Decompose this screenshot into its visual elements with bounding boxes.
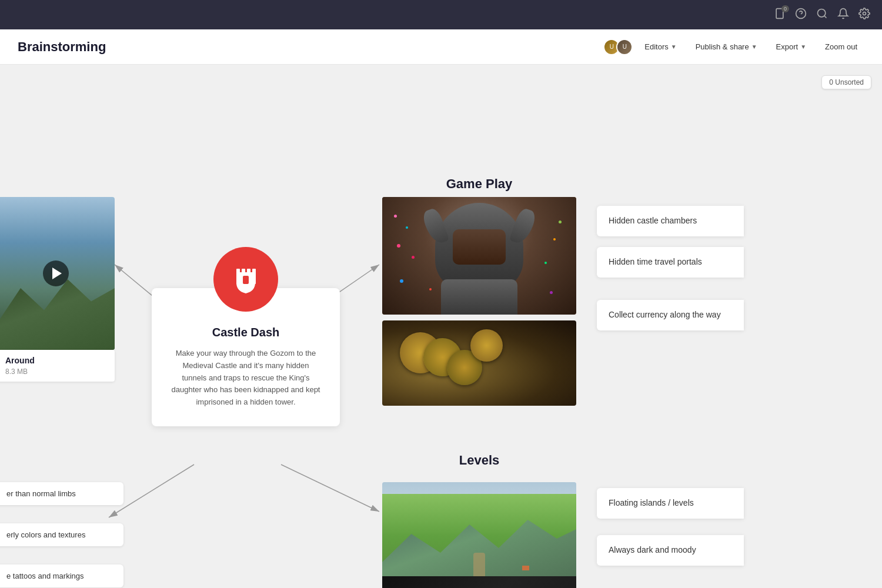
avatar-2: U — [616, 39, 633, 55]
device-icon[interactable]: 0 — [774, 8, 786, 22]
left-image-card — [0, 197, 115, 350]
editors-avatars: U U — [603, 39, 633, 55]
page-title: Brainstorming — [18, 39, 592, 55]
bottom-card-1-text: er than normal limbs — [6, 489, 76, 498]
chevron-down-icon: ▼ — [671, 44, 677, 50]
gameplay-card-1: Hidden castle chambers — [597, 206, 744, 236]
unsorted-label: 0 Unsorted — [829, 78, 864, 86]
left-text-card: Around 8.3 MB — [0, 350, 115, 382]
levels-card-2: Always dark and moody — [597, 535, 744, 566]
bottom-card-2: erly colors and textures — [0, 523, 123, 546]
topbar: 0 — [0, 0, 882, 29]
publish-label: Publish & share — [696, 42, 749, 51]
export-label: Export — [776, 42, 799, 51]
left-card-title: Around — [5, 356, 106, 365]
gameplay-card-2-text: Hidden time travel portals — [609, 257, 702, 266]
dark-image — [382, 576, 576, 588]
export-button[interactable]: Export ▼ — [769, 39, 813, 55]
svg-line-11 — [281, 465, 379, 512]
settings-icon[interactable] — [858, 8, 870, 22]
editors-label: Editors — [644, 42, 668, 51]
header: Brainstorming U U Editors ▼ Publish & sh… — [0, 29, 882, 65]
gameplay-card-3: Collect currency along the way — [597, 300, 744, 330]
bottom-card-2-text: erly colors and textures — [6, 530, 85, 539]
publish-button[interactable]: Publish & share ▼ — [689, 39, 764, 55]
header-actions: U U Editors ▼ Publish & share ▼ Export ▼… — [603, 39, 864, 55]
levels-card-1: Floating islands / levels — [597, 488, 744, 519]
help-icon[interactable] — [795, 8, 807, 22]
bottom-card-3-text: e tattoos and markings — [6, 572, 84, 580]
bottom-card-1: er than normal limbs — [0, 482, 123, 505]
levels-title-text: Levels — [382, 453, 576, 468]
chevron-down-icon-3: ▼ — [800, 44, 806, 50]
central-card: Castle Dash Make your way through the Go… — [152, 288, 340, 426]
editors-button[interactable]: Editors ▼ — [637, 39, 683, 55]
central-card-title: Castle Dash — [169, 326, 322, 339]
gameplay-section: Game Play — [382, 176, 576, 192]
play-button[interactable] — [43, 260, 69, 286]
castle-shield-icon — [230, 264, 261, 295]
levels-card-2-text: Always dark and moody — [609, 545, 696, 554]
bottom-card-3: e tattoos and markings — [0, 564, 123, 587]
chevron-down-icon-2: ▼ — [751, 44, 757, 50]
levels-card-1-text: Floating islands / levels — [609, 498, 694, 507]
zoom-button[interactable]: Zoom out — [818, 39, 864, 55]
zoom-label: Zoom out — [825, 42, 857, 51]
gameplay-card-1-text: Hidden castle chambers — [609, 216, 697, 225]
gameplay-card-3-text: Collect currency along the way — [609, 310, 721, 319]
levels-section: Levels — [382, 453, 576, 468]
notification-count: 0 — [781, 5, 789, 12]
svg-point-6 — [863, 12, 866, 15]
svg-point-4 — [818, 9, 826, 16]
central-icon — [213, 247, 278, 312]
play-icon — [52, 268, 62, 279]
warrior-image-inner — [382, 197, 576, 315]
unsorted-badge[interactable]: 0 Unsorted — [821, 75, 871, 89]
canvas: 0 Unsorted Around 8.3 MB — [0, 65, 882, 588]
left-card-size: 8.3 MB — [5, 368, 106, 376]
warrior-image — [382, 197, 576, 315]
svg-point-18 — [244, 278, 248, 281]
gameplay-card-2: Hidden time travel portals — [597, 247, 744, 278]
central-card-description: Make your way through the Gozom to the M… — [169, 348, 322, 409]
svg-line-5 — [824, 15, 827, 18]
gameplay-title-text: Game Play — [382, 176, 576, 192]
coins-image — [382, 320, 576, 406]
bell-icon[interactable] — [837, 8, 849, 22]
search-icon[interactable] — [816, 8, 828, 22]
landscape-image — [382, 482, 576, 588]
